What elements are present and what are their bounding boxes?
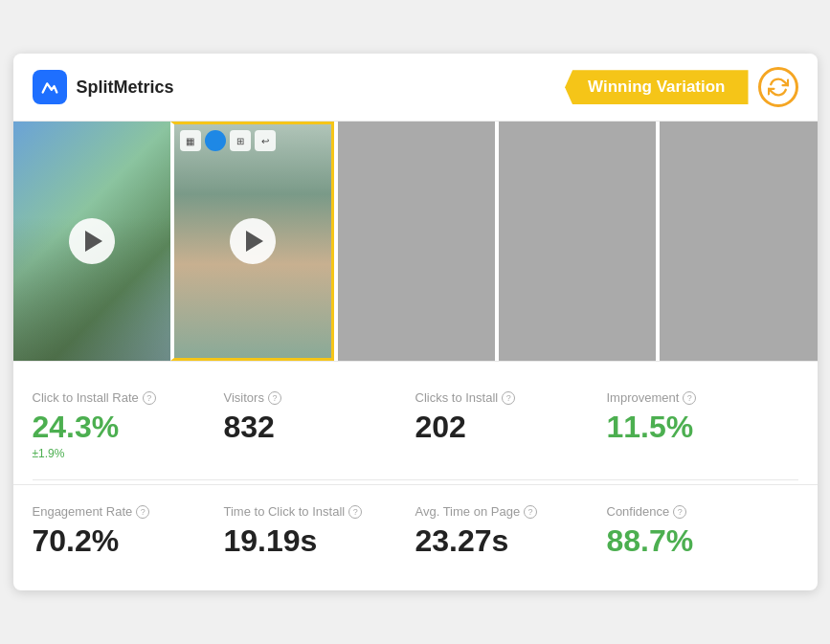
play-button-2[interactable]: [230, 218, 276, 264]
thumbnail-3[interactable]: [334, 122, 495, 361]
question-icon-engagement[interactable]: ?: [136, 505, 149, 519]
thumbnail-5[interactable]: [656, 122, 817, 361]
metrics-row-2: Engagement Rate ? 70.2% Time to Click to…: [13, 484, 818, 590]
thumbnail-4[interactable]: [495, 122, 656, 361]
question-icon-visitors[interactable]: ?: [268, 391, 281, 405]
metric-click-to-install: Click to Install Rate ? 24.3% ±1.9%: [33, 381, 224, 469]
circle-control[interactable]: [205, 130, 226, 151]
metric-label-cti: Clicks to Install ?: [415, 390, 592, 405]
metric-value-visitors: 832: [224, 411, 400, 444]
metric-value-atp: 23.27s: [415, 524, 592, 558]
metric-time-to-click: Time to Click to Install ? 19.19s: [224, 495, 415, 567]
metric-clicks-to-install: Clicks to Install ? 202: [415, 381, 607, 469]
divider: [33, 479, 798, 480]
metric-label-engagement: Engagement Rate ?: [33, 504, 209, 519]
header: SplitMetrics Winning Variation: [13, 54, 818, 122]
metric-value-confidence: 88.7%: [607, 524, 783, 558]
winning-banner: Winning Variation: [565, 67, 797, 107]
metric-improvement: Improvement ? 11.5%: [607, 381, 798, 469]
thumbnails-row: ▦ ⊞ ↩: [13, 122, 818, 361]
winning-label: Winning Variation: [565, 70, 748, 104]
metric-avg-time: Avg. Time on Page ? 23.27s: [415, 495, 607, 567]
metric-label-ttc: Time to Click to Install ?: [224, 504, 400, 519]
metric-label-visitors: Visitors ?: [224, 390, 400, 405]
question-icon-atp[interactable]: ?: [524, 505, 537, 519]
grid-icon[interactable]: ▦: [180, 130, 201, 151]
metric-label-ctr: Click to Install Rate ?: [33, 390, 209, 405]
metric-sub-ctr: ±1.9%: [33, 447, 209, 460]
question-icon-ttc[interactable]: ?: [348, 505, 362, 519]
metric-value-ctr: 24.3%: [33, 411, 209, 444]
question-icon-confidence[interactable]: ?: [673, 505, 686, 519]
expand-icon[interactable]: ⊞: [230, 130, 251, 151]
metric-engagement: Engagement Rate ? 70.2%: [33, 495, 224, 567]
metric-label-atp: Avg. Time on Page ?: [415, 504, 592, 519]
question-icon-ctr[interactable]: ?: [143, 391, 156, 405]
arrow-icon[interactable]: ↩: [255, 130, 276, 151]
metric-label-improvement: Improvement ?: [607, 390, 783, 405]
question-icon-cti[interactable]: ?: [502, 391, 515, 405]
logo-icon: [33, 70, 67, 104]
logo-text: SplitMetrics: [77, 78, 174, 98]
metric-label-confidence: Confidence ?: [607, 504, 783, 519]
metric-value-cti: 202: [415, 411, 592, 444]
question-icon-improvement[interactable]: ?: [683, 391, 696, 405]
main-card: SplitMetrics Winning Variation ▦: [13, 54, 818, 589]
metrics-row-1: Click to Install Rate ? 24.3% ±1.9% Visi…: [13, 361, 818, 478]
thumb-2-controls: ▦ ⊞ ↩: [180, 130, 276, 151]
thumbnail-1[interactable]: [13, 122, 170, 361]
metric-visitors: Visitors ? 832: [224, 381, 415, 469]
metric-value-improvement: 11.5%: [607, 411, 783, 444]
metric-value-engagement: 70.2%: [33, 524, 209, 558]
play-button-1[interactable]: [69, 218, 115, 264]
metric-value-ttc: 19.19s: [224, 524, 400, 558]
refresh-icon[interactable]: [758, 67, 798, 107]
logo-area: SplitMetrics: [33, 70, 174, 104]
metric-confidence: Confidence ? 88.7%: [607, 495, 798, 567]
thumbnail-2[interactable]: ▦ ⊞ ↩: [170, 122, 334, 361]
